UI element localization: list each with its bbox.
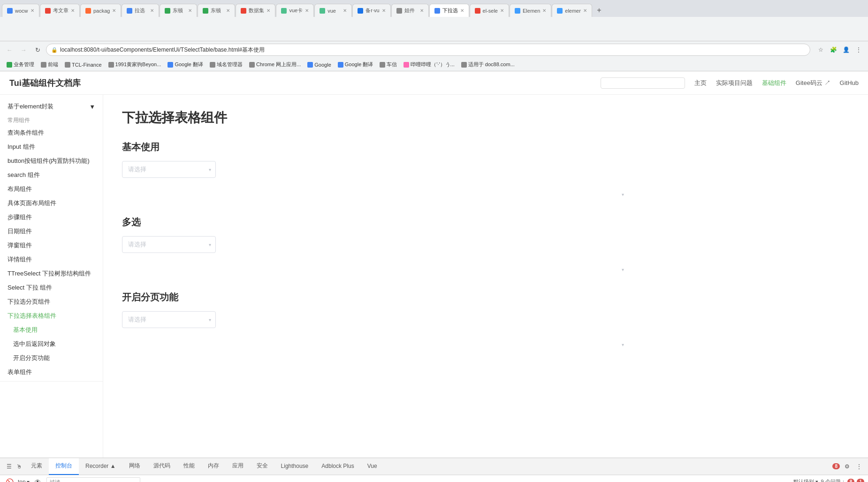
select-input-basic[interactable]: 请选择 — [122, 161, 216, 178]
sidebar-item-弹窗组件[interactable]: 弹窗组件 — [0, 238, 103, 252]
sidebar-item-开启分页功能[interactable]: 开启分页功能 — [0, 351, 103, 365]
bookmark-item[interactable]: 业务管理 — [4, 60, 37, 69]
bookmark-item[interactable]: Google 翻译 — [335, 60, 376, 69]
browser-tab-t5[interactable]: 东顿✕ — [160, 4, 197, 17]
devtools-tab-应用[interactable]: 应用 — [226, 458, 250, 475]
devtools-clear-btn[interactable]: 🚫 — [4, 476, 15, 482]
sidebar-group-header[interactable]: 基于element封装 ▼ — [0, 99, 103, 114]
tab-close[interactable]: ✕ — [460, 8, 464, 13]
bookmark-item[interactable]: 1991黄家驹Beyon... — [106, 60, 164, 69]
bookmark-item[interactable]: Google 翻译 — [165, 60, 206, 69]
tab-close[interactable]: ✕ — [71, 8, 75, 13]
devtools-tab-Recorder-▲[interactable]: Recorder ▲ — [79, 458, 122, 475]
sidebar-item-表单组件[interactable]: 表单组件 — [0, 365, 103, 379]
browser-tab-t8[interactable]: vue卡✕ — [276, 4, 314, 17]
browser-tab-t4[interactable]: 拉选✕ — [122, 4, 159, 17]
sidebar-item-下拉选择表格组件[interactable]: 下拉选择表格组件 — [0, 309, 103, 323]
header-nav-item-GitHub[interactable]: GitHub — [840, 79, 859, 86]
header-search-input[interactable] — [601, 77, 685, 89]
bookmark-item[interactable]: 域名管理器 — [207, 60, 245, 69]
browser-tab-t14[interactable]: Elemen✕ — [510, 4, 551, 17]
devtools-tab-元素[interactable]: 元素 — [24, 458, 49, 475]
devtools-tab-内存[interactable]: 内存 — [201, 458, 226, 475]
sidebar-item-布局组件[interactable]: 布局组件 — [0, 182, 103, 196]
browser-tab-t15[interactable]: elemer✕ — [552, 4, 592, 17]
devtools-tab-安全[interactable]: 安全 — [250, 458, 274, 475]
back-button[interactable]: ← — [4, 44, 15, 55]
star-button[interactable]: ☆ — [815, 44, 826, 55]
select-input-page[interactable]: 请选择 — [122, 311, 216, 328]
browser-tab-t10[interactable]: 备r·vu✕ — [352, 4, 390, 17]
devtools-menu-icon[interactable]: ☰ — [4, 461, 14, 472]
sidebar-item-button按钮组件(内置防抖功能)[interactable]: button按钮组件(内置防抖功能) — [0, 154, 103, 168]
sidebar-item-基本使用[interactable]: 基本使用 — [0, 323, 103, 337]
menu-button[interactable]: ⋮ — [853, 44, 864, 55]
browser-tab-t11[interactable]: 姐件✕ — [391, 4, 429, 17]
browser-tab-t9[interactable]: vue✕ — [314, 4, 352, 17]
tab-close[interactable]: ✕ — [188, 8, 192, 13]
tab-close[interactable]: ✕ — [226, 8, 230, 13]
devtools-tab-控制台[interactable]: 控制台 — [49, 458, 79, 475]
sidebar-item-Input-组件[interactable]: Input 组件 — [0, 140, 103, 154]
devtools-tab-Lighthouse[interactable]: Lighthouse — [274, 458, 315, 475]
sidebar-item-search-组件[interactable]: search 组件 — [0, 168, 103, 182]
sidebar-item-步骤组件[interactable]: 步骤组件 — [0, 210, 103, 224]
sidebar-item-选中后返回对象[interactable]: 选中后返回对象 — [0, 337, 103, 351]
devtools-tab-源代码[interactable]: 源代码 — [147, 458, 177, 475]
tab-close[interactable]: ✕ — [500, 8, 504, 13]
devtools-tab-Adblock-Plus[interactable]: Adblock Plus — [315, 458, 360, 475]
devtools-tab-Vue[interactable]: Vue — [361, 458, 384, 475]
tab-close[interactable]: ✕ — [266, 8, 270, 13]
extensions-button[interactable]: 🧩 — [828, 44, 839, 55]
devtools-default-level[interactable]: 默认级别 ▾ — [793, 478, 818, 482]
devtools-dots-icon[interactable]: ⋮ — [854, 461, 864, 472]
bookmark-item[interactable]: 适用于 doc88.com... — [458, 60, 518, 69]
header-nav-item-基础组件[interactable]: 基础组件 — [762, 79, 786, 87]
tab-close[interactable]: ✕ — [420, 8, 424, 13]
browser-tab-t13[interactable]: el-sele✕ — [470, 4, 509, 17]
bookmark-item[interactable]: 哔哩哔哩（'·'）う... — [401, 60, 457, 69]
sidebar-item-具体页面布局组件[interactable]: 具体页面布局组件 — [0, 196, 103, 210]
tab-close[interactable]: ✕ — [382, 8, 386, 13]
tab-close[interactable]: ✕ — [583, 8, 587, 13]
tab-close[interactable]: ✕ — [112, 8, 116, 13]
browser-tab-t3[interactable]: packag✕ — [80, 4, 121, 17]
browser-tab-t7[interactable]: 数据集✕ — [236, 4, 275, 17]
bookmark-item[interactable]: Google — [305, 61, 334, 69]
tab-close[interactable]: ✕ — [542, 8, 546, 13]
add-tab-button[interactable]: + — [593, 4, 606, 17]
devtools-tab-网络[interactable]: 网络 — [122, 458, 147, 475]
tab-close[interactable]: ✕ — [150, 8, 154, 13]
tab-close[interactable]: ✕ — [343, 8, 347, 13]
tab-close[interactable]: ✕ — [30, 8, 34, 13]
reload-button[interactable]: ↻ — [32, 44, 43, 55]
header-nav-item-Gitee码云-↗[interactable]: Gitee码云 ↗ — [796, 79, 830, 87]
browser-tab-t12[interactable]: 下拉选✕ — [429, 4, 469, 17]
top-context-selector[interactable]: top ▾ — [18, 479, 30, 482]
browser-tab-t6[interactable]: 东顿✕ — [198, 4, 235, 17]
bookmark-item[interactable]: Chrome 网上应用... — [246, 60, 304, 69]
address-box[interactable]: 🔒 localhost:8080/t-ui/baseComponents/Ele… — [46, 44, 810, 56]
select-input-multi[interactable]: 请选择 — [122, 236, 216, 253]
header-nav-item-主页[interactable]: 主页 — [694, 79, 707, 87]
bookmark-item[interactable]: TCL-Finance — [62, 61, 105, 69]
bookmark-item[interactable]: 前端 — [38, 60, 61, 69]
bookmark-item[interactable]: 车信 — [377, 60, 400, 69]
devtools-inspect-icon[interactable]: 🖱 — [14, 461, 24, 472]
devtools-eye-btn[interactable]: 👁 — [32, 476, 44, 482]
browser-tab-t1[interactable]: wocw✕ — [2, 4, 39, 17]
devtools-filter-input[interactable] — [46, 477, 140, 482]
sidebar-item-下拉选分页组件[interactable]: 下拉选分页组件 — [0, 295, 103, 309]
devtools-tab-性能[interactable]: 性能 — [177, 458, 201, 475]
devtools-settings-icon[interactable]: ⚙ — [842, 461, 852, 472]
sidebar-item-Select-下拉-组件[interactable]: Select 下拉 组件 — [0, 281, 103, 295]
sidebar-item-查询条件组件[interactable]: 查询条件组件 — [0, 126, 103, 140]
sidebar-item-TTreeSelect-下拉树形结构组件[interactable]: TTreeSelect 下拉树形结构组件 — [0, 267, 103, 281]
sidebar-item-详情组件[interactable]: 详情组件 — [0, 252, 103, 267]
profile-button[interactable]: 👤 — [840, 44, 852, 55]
forward-button[interactable]: → — [18, 44, 29, 55]
tab-close[interactable]: ✕ — [305, 8, 309, 13]
header-nav-item-实际项目问题[interactable]: 实际项目问题 — [716, 79, 753, 87]
sidebar-item-日期组件[interactable]: 日期组件 — [0, 224, 103, 238]
browser-tab-t2[interactable]: 考文章✕ — [40, 4, 80, 17]
